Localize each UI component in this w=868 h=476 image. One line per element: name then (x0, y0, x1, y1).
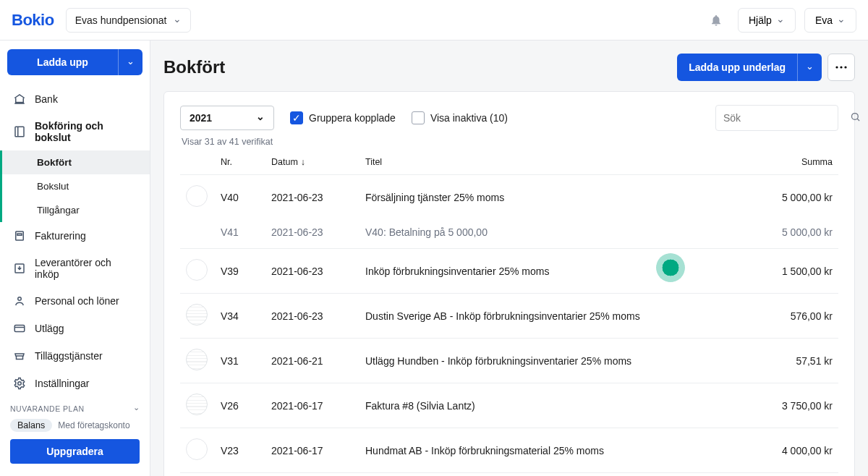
card-icon (13, 322, 26, 335)
svg-rect-0 (15, 127, 24, 137)
upgrade-button[interactable]: Uppgradera (10, 439, 140, 464)
sidebar-subnav: Bokfört Bokslut Tillgångar (0, 150, 150, 222)
highlight-pulse (656, 253, 685, 282)
transactions-table: Nr. Datum↓ Titel Summa V402021-06-23Förs… (180, 151, 838, 476)
plan-badge: Balans (10, 419, 52, 432)
row-sum: 4 000,00 kr (737, 428, 838, 473)
col-sum[interactable]: Summa (737, 151, 838, 175)
row-title: Försäljning tjänster 25% moms (359, 175, 737, 220)
svg-line-13 (857, 119, 859, 121)
upload-document-button[interactable]: Ladda upp underlag (677, 54, 797, 81)
row-date: 2021-06-23 (265, 249, 359, 294)
chevron-down-icon (256, 112, 265, 124)
table-row[interactable]: V402021-06-23Försäljning tjänster 25% mo… (180, 175, 838, 220)
sidebar-item-invoicing[interactable]: Fakturering (0, 222, 150, 250)
page-title: Bokfört (163, 57, 225, 77)
row-nr: V23 (215, 428, 265, 473)
user-name: Eva (815, 14, 833, 26)
svg-rect-6 (14, 326, 25, 332)
row-thumbnail (186, 394, 208, 415)
row-thumbnail (186, 438, 208, 460)
sidebar-item-settings[interactable]: Inställningar (0, 370, 150, 397)
sidebar-item-label: Fakturering (35, 230, 86, 242)
row-date: 2021-06-23 (265, 219, 359, 249)
table-row-child[interactable]: V412021-06-23V40: Betalning på 5 000,005… (180, 219, 838, 249)
user-menu-button[interactable]: Eva (804, 8, 856, 33)
row-thumbnail (186, 304, 208, 326)
row-nr: V40 (215, 175, 265, 220)
table-row[interactable]: V312021-06-21Utlägg Hundben - Inköp förb… (180, 339, 838, 383)
col-date[interactable]: Datum↓ (265, 151, 359, 175)
more-actions-button[interactable] (827, 54, 855, 81)
person-icon (13, 294, 26, 307)
show-inactive-checkbox[interactable]: Visa inaktiva (10) (412, 111, 508, 124)
row-sum: 3 750,00 kr (737, 383, 838, 428)
row-nr: V33 (215, 473, 265, 477)
topbar: Bokio Evas hundpensionat Hjälp Eva (0, 0, 868, 41)
checkbox-icon (412, 111, 425, 124)
upload-document-dropdown[interactable] (797, 54, 822, 81)
sidebar-item-payroll[interactable]: Personal och löner (0, 287, 150, 315)
chevron-down-icon (133, 404, 140, 413)
sidebar-item-expenses[interactable]: Utlägg (0, 315, 150, 342)
svg-point-5 (18, 297, 22, 301)
row-thumbnail (186, 259, 208, 281)
row-sum: 57,51 kr (737, 339, 838, 383)
sidebar-item-suppliers[interactable]: Leverantörer och inköp (0, 250, 150, 287)
main: Bokfört Ladda upp underlag 2021 ✓ (150, 41, 868, 476)
year-value: 2021 (190, 112, 212, 124)
sidebar-item-bank[interactable]: Bank (0, 85, 150, 113)
company-name: Evas hundpensionat (75, 14, 167, 26)
table-row[interactable]: V232021-06-17Hundmat AB - Inköp förbrukn… (180, 428, 838, 473)
upload-dropdown-button[interactable] (118, 49, 142, 75)
group-linked-checkbox[interactable]: ✓ Gruppera kopplade (290, 111, 396, 124)
table-row[interactable]: V262021-06-17Faktura #8 (Silvia Lantz)3 … (180, 383, 838, 428)
svg-point-10 (840, 66, 842, 68)
search-box[interactable] (715, 105, 838, 131)
search-icon (850, 111, 861, 124)
chevron-down-icon (776, 14, 785, 26)
arrow-down-icon: ↓ (301, 157, 305, 167)
row-sum: 576,00 kr (737, 294, 838, 339)
sidebar-item-label: Inställningar (35, 378, 90, 389)
bank-icon (13, 93, 26, 106)
invoice-icon (13, 229, 26, 242)
sidebar-item-bookkeeping[interactable]: Bokföring och bokslut (0, 113, 150, 150)
row-sum: 4 375,00 kr (737, 473, 838, 477)
subnav-item-tillgangar[interactable]: Tillgångar (2, 198, 150, 222)
year-select[interactable]: 2021 (180, 106, 274, 130)
table-row[interactable]: V392021-06-23Inköp förbrukningsinventari… (180, 249, 838, 294)
upload-button[interactable]: Ladda upp (7, 49, 118, 75)
company-selector[interactable]: Evas hundpensionat (66, 8, 191, 33)
sidebar-item-label: Leverantörer och inköp (35, 257, 137, 280)
chevron-down-icon (173, 14, 182, 26)
col-nr[interactable]: Nr. (215, 151, 265, 175)
chevron-down-icon (837, 14, 846, 26)
row-nr: V41 (215, 219, 265, 249)
plan-header[interactable]: NUVARANDE PLAN (10, 404, 140, 413)
help-button[interactable]: Hjälp (738, 8, 796, 33)
show-inactive-label: Visa inaktiva (10) (430, 112, 508, 124)
row-nr: V31 (215, 339, 265, 383)
row-date: 2021-06-23 (265, 175, 359, 220)
search-input[interactable] (723, 112, 850, 124)
store-icon (13, 349, 26, 362)
checkbox-icon: ✓ (290, 111, 303, 124)
book-icon (13, 125, 26, 138)
row-date: 2021-06-23 (265, 294, 359, 339)
table-row[interactable]: V342021-06-23Dustin Sverige AB - Inköp f… (180, 294, 838, 339)
subnav-item-bokslut[interactable]: Bokslut (2, 174, 150, 198)
row-title: Faktura #8 (Silvia Lantz) (359, 383, 737, 428)
col-title[interactable]: Titel (359, 151, 737, 175)
subnav-item-bokfort[interactable]: Bokfört (2, 150, 150, 174)
sidebar-item-addons[interactable]: Tilläggstjänster (0, 342, 150, 370)
gear-icon (13, 377, 26, 390)
sidebar-item-label: Utlägg (35, 323, 64, 334)
table-row[interactable]: V332021-05-16Faktura #9 Silvia Lantz4 37… (180, 473, 838, 477)
row-date: 2021-05-16 (265, 473, 359, 477)
dots-icon (835, 66, 847, 69)
bell-icon[interactable] (703, 7, 729, 33)
chevron-down-icon (127, 57, 135, 68)
brand-logo[interactable]: Bokio (12, 11, 54, 30)
list-card: 2021 ✓ Gruppera kopplade Visa inaktiva (… (163, 91, 855, 476)
